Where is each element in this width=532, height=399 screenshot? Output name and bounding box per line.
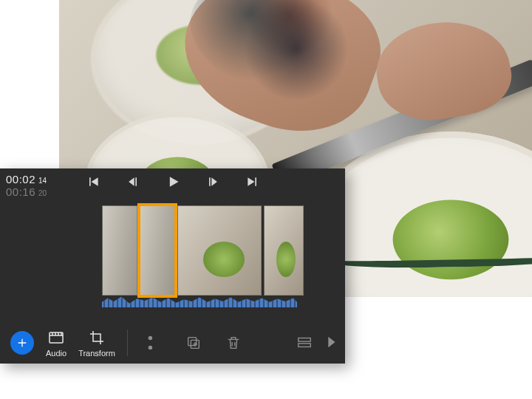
video-editor-panel: 00:02 14 00:16 20	[0, 168, 345, 364]
insert-gap-button[interactable]	[295, 332, 314, 352]
play-button[interactable]	[164, 173, 182, 191]
step-forward-button[interactable]	[204, 173, 222, 191]
svg-rect-4	[299, 344, 311, 347]
scissors-icon	[146, 335, 162, 351]
insert-gap-icon	[296, 334, 313, 350]
plus-icon	[16, 337, 28, 349]
toolbar-right	[295, 332, 341, 352]
timeline-clip[interactable]	[264, 205, 304, 296]
audio-icon	[47, 328, 66, 347]
timeline[interactable]	[0, 205, 345, 313]
chevron-right-icon	[323, 334, 339, 350]
duplicate-button[interactable]	[184, 333, 203, 352]
toolbar-divider	[127, 330, 128, 356]
svg-rect-3	[299, 338, 311, 342]
duplicate-icon	[185, 335, 202, 351]
timeline-clip[interactable]	[177, 205, 262, 296]
app-stage: 00:02 14 00:16 20	[0, 0, 532, 399]
timeline-clip[interactable]	[102, 205, 137, 296]
frame-back-icon	[126, 174, 140, 189]
transform-label: Transform	[78, 349, 115, 358]
transform-tool[interactable]: Transform	[78, 328, 115, 358]
audio-tool[interactable]: Audio	[46, 328, 66, 358]
hand	[369, 11, 517, 129]
step-back-button[interactable]	[124, 173, 142, 191]
trash-icon	[225, 335, 242, 351]
transform-icon	[87, 328, 106, 347]
greens	[393, 200, 509, 279]
skip-start-icon	[86, 174, 100, 189]
more-button[interactable]	[321, 332, 341, 352]
transport-controls	[0, 173, 345, 191]
toolbar-utilities	[144, 333, 243, 352]
play-icon	[166, 174, 180, 189]
timeline-clip-selected[interactable]	[140, 205, 175, 296]
delete-button[interactable]	[224, 333, 243, 352]
skip-end-icon	[245, 174, 260, 189]
cut-button[interactable]	[144, 333, 163, 352]
editor-toolbar: Audio Transform	[0, 322, 345, 364]
audio-label: Audio	[46, 349, 66, 358]
go-to-end-button[interactable]	[244, 173, 262, 191]
frame-forward-icon	[205, 174, 220, 189]
go-to-start-button[interactable]	[84, 173, 102, 191]
add-button[interactable]	[10, 331, 34, 355]
